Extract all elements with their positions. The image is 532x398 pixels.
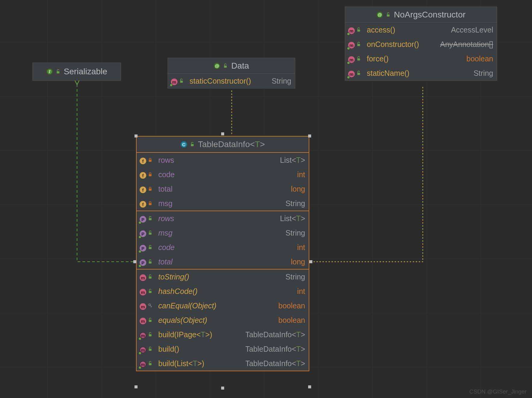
member-type: long xyxy=(291,258,305,266)
svg-rect-8 xyxy=(191,144,193,146)
class-box-noargs[interactable]: @ NoArgsConstructor m access() AccessLev… xyxy=(345,7,497,81)
lock-icon xyxy=(147,200,153,207)
svg-rect-16 xyxy=(149,261,152,264)
member-row: m hashCode() int xyxy=(137,284,309,298)
box-header: @ NoArgsConstructor xyxy=(345,7,497,23)
unlock-icon xyxy=(147,230,153,236)
member-type: List<T> xyxy=(280,156,305,165)
svg-rect-3 xyxy=(387,14,389,17)
unlock-icon xyxy=(147,317,153,323)
field-icon: f xyxy=(140,172,146,179)
member-type: TableDataInfo<T> xyxy=(245,345,305,353)
svg-rect-21 xyxy=(149,334,152,336)
field-icon: f xyxy=(140,158,146,164)
annotation-icon: @ xyxy=(214,63,220,69)
svg-rect-5 xyxy=(357,44,360,46)
member-type: AnyAnnotation[] xyxy=(440,40,493,49)
member-type: TableDataInfo<T> xyxy=(245,359,305,368)
members-list: m staticConstructor() String xyxy=(168,74,295,88)
field-icon: f xyxy=(140,187,146,193)
member-type: int xyxy=(297,170,305,179)
method-icon: m xyxy=(140,318,146,324)
unlock-icon xyxy=(356,55,361,62)
member-row: m staticName() String xyxy=(345,66,497,80)
svg-rect-10 xyxy=(149,174,152,176)
annotation-icon: @ xyxy=(376,11,383,18)
svg-rect-7 xyxy=(357,73,360,75)
member-row: m build(IPage<T>) TableDataInfo<T> xyxy=(137,327,309,342)
member-row: m staticConstructor() String xyxy=(168,74,295,88)
resize-handle[interactable] xyxy=(133,260,136,263)
interface-icon: I xyxy=(46,68,53,75)
member-row: m toString() String xyxy=(137,270,309,284)
member-type: String xyxy=(286,273,305,281)
svg-rect-0 xyxy=(57,71,59,73)
member-row: P code int xyxy=(137,240,309,255)
resize-handle[interactable] xyxy=(308,134,311,137)
class-title: Serializable xyxy=(64,67,107,76)
member-type: TableDataInfo<T> xyxy=(245,330,305,339)
svg-rect-20 xyxy=(149,320,152,322)
svg-rect-1 xyxy=(224,66,227,68)
member-type: String xyxy=(286,229,305,237)
svg-rect-17 xyxy=(149,276,152,279)
member-type: boolean xyxy=(466,54,493,63)
resize-handle[interactable] xyxy=(221,132,224,135)
member-type: long xyxy=(291,185,305,193)
members-section: f rows List<T> f code int f total long f… xyxy=(137,153,309,211)
resize-handle[interactable] xyxy=(135,385,138,388)
unlock-icon xyxy=(356,41,361,48)
member-type: boolean xyxy=(278,316,305,325)
method-icon: m xyxy=(140,289,146,295)
member-type: String xyxy=(272,77,291,85)
resize-handle[interactable] xyxy=(308,385,311,388)
svg-rect-4 xyxy=(357,29,360,32)
svg-rect-13 xyxy=(149,218,152,220)
resize-handle[interactable] xyxy=(221,387,224,390)
unlock-icon xyxy=(147,360,153,367)
svg-rect-22 xyxy=(149,349,152,351)
member-row: m onConstructor() AnyAnnotation[] xyxy=(345,37,497,51)
svg-rect-6 xyxy=(357,58,360,60)
box-header: I Serializable xyxy=(33,63,121,80)
member-type: int xyxy=(297,243,305,252)
unlock-icon xyxy=(147,258,153,265)
member-row: P msg String xyxy=(137,226,309,240)
member-row: m force() boolean xyxy=(345,51,497,66)
resize-handle[interactable] xyxy=(309,260,312,263)
class-icon: C xyxy=(181,141,187,148)
member-row: P rows List<T> xyxy=(137,211,309,226)
unlock-icon xyxy=(179,78,184,84)
unlock-icon xyxy=(385,11,391,18)
members-list: m access() AccessLevel m onConstructor()… xyxy=(345,23,497,80)
unlock-icon xyxy=(147,215,153,222)
svg-rect-12 xyxy=(149,203,152,205)
resize-handle[interactable] xyxy=(135,134,138,137)
members-section: m toString() String m hashCode() int m c… xyxy=(137,269,309,371)
member-type: List<T> xyxy=(280,214,305,223)
member-row: m build() TableDataInfo<T> xyxy=(137,342,309,356)
unlock-icon xyxy=(356,70,361,76)
member-row: m access() AccessLevel xyxy=(345,23,497,37)
member-row: m canEqual(Object) boolean xyxy=(137,298,309,313)
unlock-icon xyxy=(147,244,153,251)
method-icon: m xyxy=(140,303,146,310)
class-title: NoArgsConstructor xyxy=(394,10,466,20)
members-section: P rows List<T> P msg String P code int P… xyxy=(137,211,309,269)
svg-rect-23 xyxy=(149,363,152,365)
box-header: @ Data xyxy=(168,58,295,74)
member-row: f total long xyxy=(137,182,309,196)
box-header: C TableDataInfo<T> xyxy=(137,137,309,153)
class-box-tabledatainfo[interactable]: C TableDataInfo<T> f rows List<T> f code… xyxy=(136,136,309,371)
key-icon xyxy=(147,302,153,309)
class-box-serializable[interactable]: I Serializable xyxy=(32,63,121,81)
member-type: AccessLevel xyxy=(451,26,493,34)
lock-icon xyxy=(147,171,153,178)
unlock-icon xyxy=(356,26,361,33)
class-box-data[interactable]: @ Data m staticConstructor() String xyxy=(168,58,295,88)
lock-icon xyxy=(147,186,153,192)
unlock-icon xyxy=(147,331,153,338)
method-icon: m xyxy=(140,274,146,281)
lock-icon xyxy=(147,157,153,163)
svg-rect-11 xyxy=(149,189,152,191)
